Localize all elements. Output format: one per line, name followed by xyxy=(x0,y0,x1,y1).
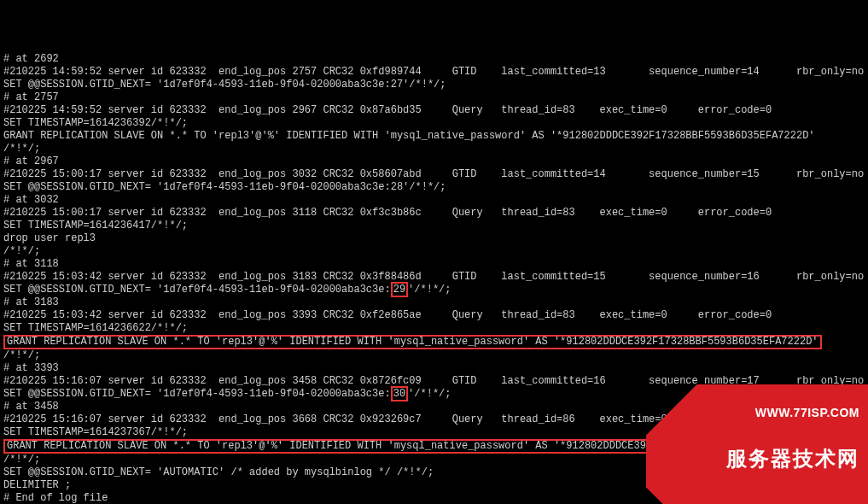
terminal-line: /*!*/; xyxy=(3,454,865,466)
terminal-line: GRANT REPLICATION SLAVE ON *.* TO 'repl3… xyxy=(3,439,865,454)
terminal-line: #210225 14:59:52 server id 623332 end_lo… xyxy=(3,66,865,79)
terminal-line: /*!*/; xyxy=(3,143,865,155)
terminal-line: # at 3393 xyxy=(3,362,865,375)
terminal-line: #210225 15:16:07 server id 623332 end_lo… xyxy=(3,413,865,426)
terminal-output[interactable]: # at 2692#210225 14:59:52 server id 6233… xyxy=(0,51,868,504)
terminal-line: SET TIMESTAMP=1614236417/*!*/; xyxy=(3,220,865,232)
terminal-line: GRANT REPLICATION SLAVE ON *.* TO 'repl3… xyxy=(3,335,865,349)
terminal-line: SET @@SESSION.GTID_NEXT= '1d7ef0f4-4593-… xyxy=(3,181,865,194)
terminal-line: GRANT REPLICATION SLAVE ON *.* TO 'repl3… xyxy=(3,130,865,143)
terminal-line: #210225 15:16:07 server id 623332 end_lo… xyxy=(3,375,865,388)
terminal-line: SET TIMESTAMP=1614236392/*!*/; xyxy=(3,117,865,130)
terminal-line: # at 3032 xyxy=(3,194,865,207)
terminal-line: # at 2967 xyxy=(3,155,865,168)
terminal-line: # at 3183 xyxy=(3,296,865,309)
terminal-line: #210225 15:03:42 server id 623332 end_lo… xyxy=(3,309,865,322)
terminal-line: SET @@SESSION.GTID_NEXT= 'AUTOMATIC' /* … xyxy=(3,466,865,479)
terminal-line: /*!*/; xyxy=(3,245,865,258)
terminal-line: # End of log file xyxy=(3,492,865,504)
terminal-line: #210225 15:00:17 server id 623332 end_lo… xyxy=(3,207,865,220)
terminal-line: SET @@SESSION.GTID_NEXT= '1d7ef0f4-4593-… xyxy=(3,388,865,401)
terminal-line: SET @@SESSION.GTID_NEXT= '1d7ef0f4-4593-… xyxy=(3,79,865,91)
terminal-line: # at 3458 xyxy=(3,401,865,413)
highlighted-grant-statement: GRANT REPLICATION SLAVE ON *.* TO 'repl3… xyxy=(3,439,822,454)
terminal-line: #210225 14:59:52 server id 623332 end_lo… xyxy=(3,104,865,117)
terminal-line: # at 3118 xyxy=(3,258,865,271)
terminal-line: drop user repl3 xyxy=(3,232,865,245)
terminal-line: SET @@SESSION.GTID_NEXT= '1d7ef0f4-4593-… xyxy=(3,284,865,296)
highlighted-gtid-number: 29 xyxy=(391,282,408,297)
highlighted-gtid-number: 30 xyxy=(391,386,408,401)
terminal-line: # at 2692 xyxy=(3,53,865,66)
terminal-line: DELIMITER ; xyxy=(3,479,865,492)
terminal-line: #210225 15:03:42 server id 623332 end_lo… xyxy=(3,271,865,284)
terminal-line: SET TIMESTAMP=1614237367/*!*/; xyxy=(3,426,865,439)
terminal-line: # at 2757 xyxy=(3,91,865,104)
highlighted-grant-statement: GRANT REPLICATION SLAVE ON *.* TO 'repl3… xyxy=(3,335,822,349)
terminal-line: SET TIMESTAMP=1614236622/*!*/; xyxy=(3,322,865,335)
terminal-line: #210225 15:00:17 server id 623332 end_lo… xyxy=(3,168,865,181)
terminal-line: /*!*/; xyxy=(3,349,865,362)
